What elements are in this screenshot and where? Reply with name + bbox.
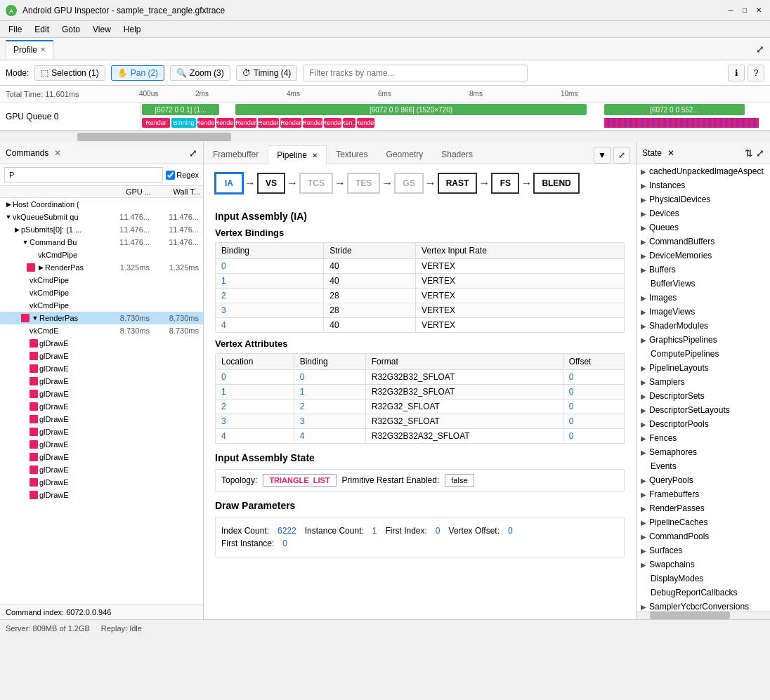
state-item-6[interactable]: ▶DeviceMemories bbox=[637, 249, 770, 263]
render-bar-4[interactable]: Render bbox=[258, 118, 279, 128]
state-item-31[interactable]: ▶SamplerYcbcrConversions bbox=[637, 600, 770, 611]
tree-item-vkcmd1[interactable]: vkCmdPipe bbox=[0, 249, 203, 261]
state-item-19[interactable]: ▶Fences bbox=[637, 431, 770, 445]
tab-shaders[interactable]: Shaders bbox=[432, 145, 482, 164]
tree-item-gldraw0[interactable]: glDrawE bbox=[0, 337, 203, 350]
track-content[interactable]: [6072 0 0 1] (1... [6072 0 0 866] (1520×… bbox=[141, 103, 759, 130]
state-item-10[interactable]: ▶ImageViews bbox=[637, 305, 770, 319]
render-bar-3[interactable]: Render bbox=[235, 118, 256, 128]
pipeline-tab-close[interactable]: ✕ bbox=[312, 152, 318, 159]
tree-item-vkqueue[interactable]: ▼ vkQueueSubmit qu 11.476... 11.476... bbox=[0, 211, 203, 223]
menu-view[interactable]: View bbox=[87, 23, 117, 36]
render-bar-2[interactable]: Render bbox=[216, 118, 234, 128]
state-close[interactable]: ✕ bbox=[667, 148, 674, 158]
state-item-1[interactable]: ▶Instances bbox=[637, 178, 770, 192]
state-item-15[interactable]: ▶Samplers bbox=[637, 375, 770, 389]
render-bar-0[interactable]: Render bbox=[142, 118, 170, 128]
state-sort[interactable]: ⇅ bbox=[745, 147, 753, 159]
tree-item-gldraw2[interactable]: glDrawE bbox=[0, 362, 203, 375]
state-item-16[interactable]: ▶DescriptorSets bbox=[637, 389, 770, 403]
expand-button[interactable]: ⤢ bbox=[756, 44, 764, 55]
state-item-29[interactable]: DisplayModes bbox=[637, 572, 770, 586]
state-expand[interactable]: ⤢ bbox=[756, 147, 764, 159]
tree-item-gldraw1[interactable]: glDrawE bbox=[0, 350, 203, 362]
toggle-renderpass1[interactable]: ▶ bbox=[37, 263, 45, 272]
state-item-3[interactable]: ▶Devices bbox=[637, 206, 770, 220]
tree-item-vkcmd2[interactable]: vkCmdPipe bbox=[0, 274, 203, 286]
pipeline-fs[interactable]: FS bbox=[491, 173, 519, 194]
render-bar-9[interactable]: Render bbox=[357, 118, 374, 128]
minimize-button[interactable]: ─ bbox=[725, 5, 736, 16]
render-bar-8[interactable]: Ren... bbox=[343, 118, 355, 128]
close-button[interactable]: ✕ bbox=[753, 5, 764, 16]
state-item-4[interactable]: ▶Queues bbox=[637, 220, 770, 235]
center-panel-dropdown[interactable]: ▼ bbox=[594, 147, 611, 164]
pipeline-rast[interactable]: RAST bbox=[438, 173, 478, 194]
tree-item-vkcmde[interactable]: vkCmdE 8.730ms 8.730ms bbox=[0, 324, 203, 337]
regex-label[interactable]: Regex bbox=[166, 171, 199, 180]
regex-checkbox[interactable] bbox=[166, 171, 175, 180]
pipeline-gs[interactable]: GS bbox=[394, 173, 423, 194]
tree-item-gldraw3[interactable]: glDrawE bbox=[0, 375, 203, 388]
state-item-28[interactable]: ▶Swapchains bbox=[637, 557, 770, 572]
state-item-18[interactable]: ▶DescriptorPools bbox=[637, 417, 770, 431]
state-item-23[interactable]: ▶Framebuffers bbox=[637, 487, 770, 501]
binning-bar-0[interactable]: Binning bbox=[171, 118, 196, 128]
state-item-27[interactable]: ▶Surfaces bbox=[637, 543, 770, 557]
state-item-0[interactable]: ▶cachedUnpackedImageAspect bbox=[637, 164, 770, 178]
state-item-7[interactable]: ▶Buffers bbox=[637, 263, 770, 277]
tree-item-cmdbuf[interactable]: ▼ Command Bu 11.476... 11.476... bbox=[0, 236, 203, 249]
track-bar-2[interactable]: [6072 0 0 552... bbox=[604, 104, 745, 115]
state-item-2[interactable]: ▶PhysicalDevices bbox=[637, 192, 770, 206]
timing-mode-button[interactable]: ⏱ Timing (4) bbox=[236, 65, 298, 81]
tab-pipeline[interactable]: Pipeline ✕ bbox=[268, 145, 327, 164]
pipeline-tcs[interactable]: TCS bbox=[299, 173, 333, 194]
state-item-8[interactable]: BufferViews bbox=[637, 277, 770, 291]
state-item-30[interactable]: DebugReportCallbacks bbox=[637, 586, 770, 600]
pipeline-ia[interactable]: IA bbox=[215, 173, 243, 194]
render-bar-5[interactable]: Render bbox=[280, 118, 301, 128]
pipeline-blend[interactable]: BLEND bbox=[533, 173, 579, 194]
toggle-cmdbuf[interactable]: ▼ bbox=[21, 238, 30, 246]
state-item-21[interactable]: Events bbox=[637, 459, 770, 473]
info-button[interactable]: ℹ bbox=[728, 65, 745, 81]
tree-item-gldraw6[interactable]: glDrawE bbox=[0, 413, 203, 425]
tree-item-gldraw9[interactable]: glDrawE bbox=[0, 451, 203, 463]
state-item-20[interactable]: ▶Semaphores bbox=[637, 445, 770, 459]
tree-item-gldraw10[interactable]: glDrawE bbox=[0, 463, 203, 476]
state-item-24[interactable]: ▶RenderPasses bbox=[637, 501, 770, 515]
center-panel-expand[interactable]: ⤢ bbox=[613, 147, 630, 164]
tree-item-host[interactable]: ▶ Host Coordination ( bbox=[0, 198, 203, 211]
help-button[interactable]: ? bbox=[748, 65, 764, 81]
state-item-12[interactable]: ▶GraphicsPipelines bbox=[637, 333, 770, 347]
render-bar-6[interactable]: Render bbox=[303, 118, 322, 128]
tab-framebuffer[interactable]: Framebuffer bbox=[204, 145, 268, 164]
toggle-vkqueue[interactable]: ▼ bbox=[4, 213, 13, 221]
tree-item-vkcmd3[interactable]: vkCmdPipe bbox=[0, 286, 203, 299]
tree-item-renderpass1[interactable]: ▶ RenderPas 1.325ms 1.325ms bbox=[0, 261, 203, 274]
state-item-9[interactable]: ▶Images bbox=[637, 291, 770, 305]
state-item-26[interactable]: ▶CommandPools bbox=[637, 529, 770, 543]
menu-file[interactable]: File bbox=[3, 23, 27, 36]
menu-help[interactable]: Help bbox=[118, 23, 147, 36]
filter-input[interactable] bbox=[303, 65, 528, 81]
tree-item-renderpass2[interactable]: ▼ RenderPas 8.730ms 8.730ms bbox=[0, 312, 203, 324]
commands-close[interactable]: ✕ bbox=[54, 148, 61, 158]
pipeline-vs[interactable]: VS bbox=[257, 173, 285, 194]
menu-edit[interactable]: Edit bbox=[29, 23, 55, 36]
tree-item-gldraw4[interactable]: glDrawE bbox=[0, 388, 203, 400]
tree-item-gldraw5[interactable]: glDrawE bbox=[0, 400, 203, 413]
pipeline-tes[interactable]: TES bbox=[347, 173, 380, 194]
tree-item-gldraw7[interactable]: glDrawE bbox=[0, 425, 203, 438]
pan-mode-button[interactable]: ✋ Pan (2) bbox=[111, 65, 164, 81]
tree-item-gldraw11[interactable]: glDrawE bbox=[0, 476, 203, 489]
maximize-button[interactable]: □ bbox=[739, 5, 750, 16]
state-item-22[interactable]: ▶QueryPools bbox=[637, 473, 770, 487]
track-bar-1[interactable]: [6072 0 0 866] (1520×720) bbox=[235, 104, 587, 115]
tab-textures[interactable]: Textures bbox=[327, 145, 377, 164]
tree-item-psubmits[interactable]: ▶ pSubmits[0]: (1 ... 11.476... 11.476..… bbox=[0, 223, 203, 236]
toggle-host[interactable]: ▶ bbox=[4, 200, 13, 209]
zoom-mode-button[interactable]: 🔍 Zoom (3) bbox=[170, 65, 230, 81]
tree-item-gldraw8[interactable]: glDrawE bbox=[0, 438, 203, 451]
tab-geometry[interactable]: Geometry bbox=[377, 145, 433, 164]
